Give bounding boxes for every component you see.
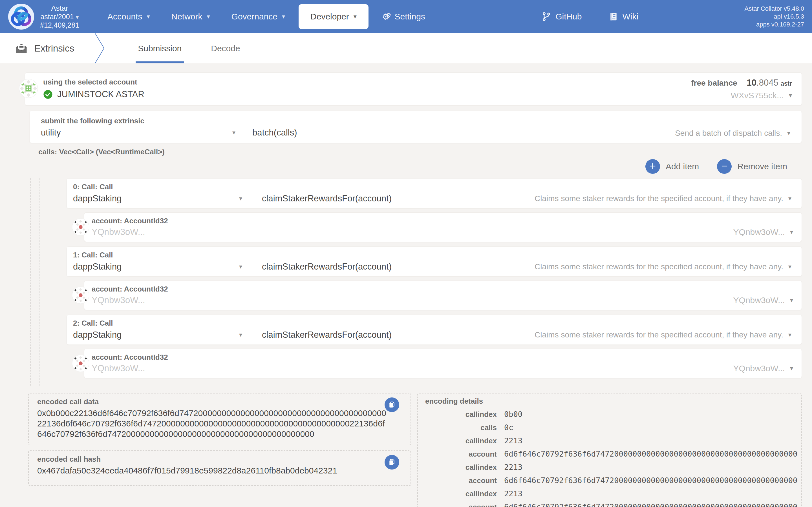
account-input[interactable] [92,363,345,374]
account-identicon [19,79,38,98]
nav-governance[interactable]: Governance ▾ [221,0,296,33]
detail-value: 0c [504,423,513,432]
balance-int: 10 [747,78,756,88]
account-short-value[interactable]: YQnbw3oW... ▾ [733,227,793,237]
detail-value: 6d6f646c70792f636f6d74720000000000000000… [504,450,797,458]
call-method-hint[interactable]: Claims some staker rewards for the speci… [535,330,792,339]
chevron-down-icon: ▾ [790,229,793,235]
tab-submission[interactable]: Submission [123,33,196,63]
account-card[interactable]: using the selected account JUMINSTOCK AS… [25,72,802,106]
chevron-down-icon: ▾ [282,13,285,20]
free-balance-label: free balance [691,78,737,87]
account-address-short[interactable]: WXvS755ck... ▾ [691,91,792,100]
remove-item-button[interactable]: − Remove item [717,159,787,174]
breadcrumb-chevron [94,33,105,63]
account-param-card-1: account: AccountId32 YQnbw3oW... ▾ [84,281,802,310]
param-type-label: calls: Vec<Call> (Vec<RuntimeCall>) [38,148,802,156]
submit-extrinsic-label: submit the following extrinsic [41,117,236,125]
chevron-down-icon: ▾ [787,130,790,136]
node-version: Astar Collator v5.48.0 [744,5,804,13]
account-select[interactable]: using the selected account JUMINSTOCK AS… [43,78,144,100]
detail-key: callindex [418,463,497,472]
copy-call-data-button[interactable] [385,397,399,412]
detail-value: 0b00 [504,410,522,418]
call-index-label: 0: Call: Call [73,182,792,191]
nav-accounts[interactable]: Accounts ▾ [97,0,160,33]
call-pallet-select[interactable]: dappStaking ▾ [73,330,242,340]
version-info: Astar Collator v5.48.0 api v16.5.3 apps … [744,5,804,29]
chain-name: Astar [40,4,79,12]
call-item-0: 0: Call: Call dappStaking ▾ claimStakerR… [66,178,802,209]
call-method-hint[interactable]: Claims some staker rewards for the speci… [535,194,792,203]
account-short-value[interactable]: YQnbw3oW... ▾ [733,363,793,373]
nav-settings[interactable]: ⚙⚙ Settings [371,0,436,33]
extrinsic-pallet-select[interactable]: utility ▾ [41,128,236,138]
chevron-down-icon: ▾ [790,297,793,303]
extrinsic-method-select[interactable]: batch(calls) Send a batch of dispatch ca… [236,117,790,138]
copy-call-hash-button[interactable] [385,455,399,469]
selected-account-label: using the selected account [43,78,144,87]
main-content: using the selected account JUMINSTOCK AS… [0,63,812,507]
encoded-call-data-box: encoded call data 0x0b000c22136d6f646c70… [28,393,411,445]
plus-icon: + [645,159,660,174]
tab-decode[interactable]: Decode [196,33,255,63]
encoding-details-label: encoding details [425,397,801,406]
detail-row: account 6d6f646c70792f636f6d747200000000… [418,476,801,485]
balance-unit: astr [781,80,792,87]
list-actions: + Add item − Remove item [25,159,787,174]
chain-info: Astar astar/2001 ▾ #12,409,281 [40,4,79,29]
wiki-link[interactable]: Wiki [609,11,639,22]
call-pallet-select[interactable]: dappStaking ▾ [73,262,242,272]
chevron-down-icon: ▾ [232,129,236,136]
call-method-select[interactable]: claimStakerRewardsFor(account) [262,330,392,340]
tabs: Submission Decode [123,33,255,63]
account-param-label: account: AccountId32 [92,217,793,225]
detail-row: callindex 0b00 [418,410,801,419]
detail-key: account [418,503,497,507]
balance-frac: .8045 [756,78,778,88]
chevron-down-icon: ▾ [239,264,242,270]
account-input[interactable] [92,227,345,237]
git-branch-icon [542,11,551,22]
account-short-value[interactable]: YQnbw3oW... ▾ [733,295,793,305]
encoded-call-hash-label: encoded call hash [37,455,402,464]
copy-icon [388,459,396,466]
nav-developer[interactable]: Developer ▾ [299,4,368,29]
detail-key: calls [418,424,497,432]
account-param-label: account: AccountId32 [92,285,793,293]
method-hint: Send a batch of dispatch calls. ▾ [675,129,790,138]
call-item-2: 2: Call: Call dappStaking ▾ claimStakerR… [66,315,802,345]
extrinsic-card: submit the following extrinsic utility ▾… [29,111,802,143]
account-param-card-2: account: AccountId32 YQnbw3oW... ▾ [84,349,802,378]
github-link[interactable]: GitHub [542,11,581,22]
chevron-down-icon: ▾ [354,13,357,20]
nav-network[interactable]: Network ▾ [160,0,220,33]
call-index-label: 1: Call: Call [73,251,792,260]
add-item-button[interactable]: + Add item [645,159,699,174]
account-input[interactable] [92,295,345,305]
encoded-call-data-label: encoded call data [37,397,402,406]
encoded-call-hash-box: encoded call hash 0x467dafa50e324eeda404… [28,450,411,486]
chevron-down-icon: ▾ [790,365,793,372]
chain-selector[interactable]: Astar astar/2001 ▾ #12,409,281 [8,3,79,30]
call-pallet-select[interactable]: dappStaking ▾ [73,193,242,204]
chevron-down-icon: ▾ [239,195,242,202]
param-identicon [72,218,89,236]
section-title: Extrinsics [15,33,74,63]
section-title-label: Extrinsics [35,43,74,54]
param-identicon [72,355,89,372]
outputs: encoded call data 0x0b000c22136d6f646c70… [28,393,802,507]
encoding-details-box: encoding details callindex 0b00 calls 0c… [417,393,802,507]
astar-logo [8,3,35,30]
gear-icon: ⚙⚙ [382,12,388,22]
detail-row: calls 0c [418,423,801,432]
call-method-select[interactable]: claimStakerRewardsFor(account) [262,262,392,272]
param-identicon [72,286,89,304]
call-method-select[interactable]: claimStakerRewardsFor(account) [262,193,392,204]
call-method-hint[interactable]: Claims some staker rewards for the speci… [535,262,792,271]
chevron-down-icon: ▾ [788,195,792,202]
detail-key: callindex [418,410,497,419]
detail-key: callindex [418,490,497,498]
encoded-call-hash-value: 0x467dafa50e324eeda40486f7f015d79918e599… [37,465,387,476]
detail-row: callindex 2213 [418,436,801,445]
